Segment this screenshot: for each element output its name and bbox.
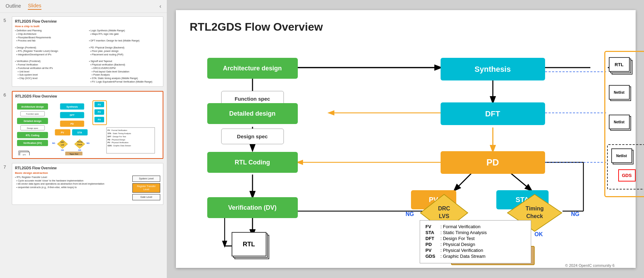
verification-dv-box: Verification (DV) bbox=[207, 197, 298, 218]
fv-group: RTL FV Netlist FV Netlist bbox=[604, 51, 644, 197]
legend-row-sta: STA : Static Timing Analysis bbox=[426, 230, 525, 235]
svg-text:FV: FV bbox=[98, 103, 101, 106]
svg-text:PD : Physical Design: PD : Physical Design bbox=[108, 138, 125, 140]
svg-text:LVS: LVS bbox=[439, 213, 449, 219]
svg-text:OK: OK bbox=[61, 149, 64, 151]
svg-text:PV : Physical Verification: PV : Physical Verification bbox=[108, 141, 129, 144]
svg-text:NG: NG bbox=[87, 142, 90, 144]
svg-text:NG: NG bbox=[52, 142, 55, 144]
svg-text:Timing: Timing bbox=[525, 206, 543, 211]
design-spec-box: Design spec bbox=[221, 129, 284, 144]
copyright: © 2024 OpenIC community 6 bbox=[565, 263, 614, 268]
flow-diagram: Architecture design Function spec Detail… bbox=[190, 40, 622, 270]
svg-text:FV: FV bbox=[98, 111, 101, 113]
gds-box: GDS bbox=[618, 169, 636, 182]
slide-item-6[interactable]: 6 RTL2GDS Flow Overview Architecture des… bbox=[3, 91, 163, 159]
svg-text:DFT: DFT bbox=[70, 114, 75, 116]
legend-box: FV : Formal Verification STA : Static Ti… bbox=[420, 220, 531, 263]
svg-line-60 bbox=[510, 173, 531, 190]
left-panel: Outline Slides ‹ 5 RTL2GDS Flow Overview… bbox=[0, 0, 167, 278]
main-slide-title: RTL2GDS Flow Overview bbox=[190, 21, 622, 33]
slide-thumb-5[interactable]: RTL2GDS Flow Overview How a chip is buil… bbox=[12, 16, 163, 87]
main-panel: RTL2GDS Flow Overview bbox=[167, 0, 644, 278]
detailed-design-box: Detailed design bbox=[207, 103, 298, 124]
svg-text:PV: PV bbox=[61, 131, 64, 134]
legend-row-pv: PV : Physical Verification bbox=[426, 248, 525, 253]
slide-number-6: 6 bbox=[3, 91, 9, 159]
svg-text:Detailed design: Detailed design bbox=[24, 120, 41, 123]
svg-text:DFT : Design For Test: DFT : Design For Test bbox=[108, 135, 126, 137]
slide-6-title: RTL2GDS Flow Overview bbox=[15, 94, 160, 98]
svg-text:Verification (DV): Verification (DV) bbox=[23, 142, 42, 145]
svg-text:DRC: DRC bbox=[61, 141, 64, 143]
legend-row-pd: PD : Physical Design bbox=[426, 242, 525, 247]
svg-text:Design spec: Design spec bbox=[27, 127, 38, 129]
slide-item-5[interactable]: 5 RTL2GDS Flow Overview How a chip is bu… bbox=[3, 16, 163, 87]
ng-label-left: NG bbox=[406, 211, 414, 217]
svg-text:STA : Static Timing Analysis: STA : Static Timing Analysis bbox=[108, 132, 131, 134]
slide-thumb-6[interactable]: RTL2GDS Flow Overview Architecture desig… bbox=[12, 91, 163, 159]
slide-thumb-7[interactable]: RTL2GDS Flow Overview Basic design abstr… bbox=[12, 163, 163, 205]
slides-list: 5 RTL2GDS Flow Overview How a chip is bu… bbox=[0, 13, 167, 278]
svg-text:RTL: RTL bbox=[23, 154, 27, 155]
svg-text:LVS: LVS bbox=[61, 144, 64, 146]
svg-text:Function spec: Function spec bbox=[26, 113, 39, 115]
slide-item-7[interactable]: 7 RTL2GDS Flow Overview Basic design abs… bbox=[3, 163, 163, 205]
rtl-coding-box: RTL Coding bbox=[207, 152, 298, 173]
ng-label-right: NG bbox=[571, 211, 580, 217]
ok-label-right: OK bbox=[535, 231, 543, 238]
netlist-gds-area: Netlist GDS bbox=[607, 144, 644, 190]
slide-view: RTL2GDS Flow Overview bbox=[176, 10, 636, 268]
svg-line-59 bbox=[455, 173, 472, 190]
svg-text:FV : Formal Verification: FV : Formal Verification bbox=[108, 129, 127, 131]
tab-outline[interactable]: Outline bbox=[6, 3, 21, 9]
svg-text:Check: Check bbox=[526, 213, 543, 219]
svg-text:STA: STA bbox=[77, 131, 82, 134]
legend-row-gds: GDS : Graphic Data Stream bbox=[426, 254, 525, 259]
svg-text:FV: FV bbox=[98, 118, 101, 121]
svg-text:Timing: Timing bbox=[77, 141, 83, 143]
svg-text:PD: PD bbox=[70, 123, 74, 125]
pd-box: PD bbox=[441, 151, 545, 174]
slide-7-title: RTL2GDS Flow Overview bbox=[15, 166, 160, 170]
svg-text:Tape Out: Tape Out bbox=[69, 153, 78, 155]
collapse-button[interactable]: ‹ bbox=[160, 3, 161, 9]
svg-text:Synthesis: Synthesis bbox=[67, 105, 78, 108]
slide-5-title: RTL2GDS Flow Overview bbox=[15, 20, 160, 23]
slide-7-subtitle: Basic design abstraction bbox=[15, 171, 160, 175]
synthesis-box: Synthesis bbox=[441, 58, 545, 80]
tab-slides[interactable]: Slides bbox=[28, 3, 41, 10]
tab-bar: Outline Slides ‹ bbox=[0, 0, 167, 13]
slide-5-subtitle: How a chip is built bbox=[15, 25, 160, 28]
svg-text:DRC: DRC bbox=[438, 206, 450, 211]
svg-text:Check: Check bbox=[77, 144, 82, 146]
legend-row-fv: FV : Formal Verification bbox=[426, 224, 525, 229]
dft-box: DFT bbox=[441, 102, 545, 125]
architecture-design-box: Architecture design bbox=[207, 58, 298, 79]
svg-text:OK: OK bbox=[78, 149, 82, 151]
svg-text:RTL Coding: RTL Coding bbox=[26, 134, 39, 137]
slide-5-body: • Definition and Planning • Chip Archite… bbox=[15, 29, 160, 84]
svg-text:Architecture design: Architecture design bbox=[21, 105, 44, 108]
slide-number-5: 5 bbox=[3, 16, 9, 87]
slide-number-7: 7 bbox=[3, 163, 9, 205]
legend-row-dft: DFT : Design For Test bbox=[426, 236, 525, 241]
svg-text:GDS : Graphic Data Stream: GDS : Graphic Data Stream bbox=[108, 145, 131, 147]
